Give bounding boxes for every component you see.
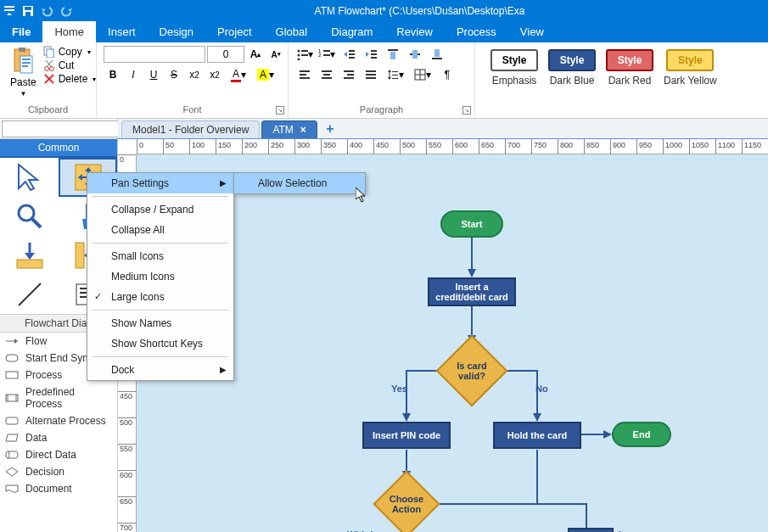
align-middle-icon[interactable]	[406, 46, 424, 63]
node-choose[interactable]: Choose Action	[383, 480, 430, 528]
justify-icon[interactable]	[362, 66, 380, 83]
doc-tab-model1[interactable]: Model1 - Folder Overview	[121, 120, 260, 138]
shape-alt-process[interactable]: Alternate Process	[0, 412, 117, 429]
align-center-icon[interactable]	[317, 66, 336, 83]
paragraph-launcher-icon[interactable]: ↘	[462, 106, 471, 115]
node-valid[interactable]: Is card valid?	[446, 345, 497, 396]
ctx-collapse-all[interactable]: Collapse All	[87, 220, 233, 240]
style-dark-blue[interactable]: StyleDark Blue	[548, 49, 596, 87]
tool-pointer[interactable]	[0, 158, 59, 197]
ctx-show-names[interactable]: Show Names	[87, 313, 233, 333]
shape-document[interactable]: Document	[0, 480, 117, 497]
svg-rect-55	[366, 74, 376, 76]
shrink-font-icon[interactable]: A▾	[266, 46, 285, 63]
node-bottom-1[interactable]	[568, 528, 614, 532]
paste-button[interactable]: Paste ▼	[7, 46, 40, 99]
style-emphasis[interactable]: StyleEmphasis	[491, 49, 538, 87]
ctx-collapse-expand[interactable]: Collapse / Expand	[87, 199, 233, 220]
redo-icon[interactable]	[61, 5, 75, 17]
tab-file[interactable]: File	[0, 21, 42, 42]
highlight-icon[interactable]: A▾	[253, 66, 278, 83]
cut-button[interactable]: Cut	[43, 59, 97, 71]
svg-rect-48	[322, 70, 332, 72]
group-font-label: Font	[104, 103, 281, 115]
align-top-icon[interactable]	[384, 46, 402, 63]
bullets-icon[interactable]: ▾	[295, 46, 314, 63]
tab-process[interactable]: Process	[445, 21, 508, 42]
svg-marker-59	[388, 77, 391, 80]
strike-icon[interactable]: S	[165, 66, 183, 83]
ctx-medium-icons[interactable]: Medium Icons	[87, 266, 233, 287]
node-insert-card[interactable]: Insert a credit/debit card	[428, 277, 516, 306]
node-end[interactable]: End	[612, 422, 671, 447]
pan-submenu[interactable]: Allow Selection	[233, 172, 366, 194]
shape-data[interactable]: Data	[0, 429, 117, 446]
styles-gallery[interactable]: StyleEmphasis StyleDark Blue StyleDark R…	[482, 46, 761, 90]
shape-direct-data[interactable]: Direct Data	[0, 446, 117, 463]
outdent-icon[interactable]	[339, 46, 358, 63]
node-hold[interactable]: Hold the card	[493, 422, 581, 449]
subscript-icon[interactable]: x2	[185, 66, 204, 83]
ctx-large-icons[interactable]: ✓Large Icons	[87, 287, 233, 307]
bold-icon[interactable]: B	[104, 66, 122, 83]
tab-insert[interactable]: Insert	[96, 21, 148, 42]
superscript-icon[interactable]: x2	[205, 66, 224, 83]
svg-rect-1	[4, 9, 14, 11]
tab-global[interactable]: Global	[264, 21, 320, 42]
node-start[interactable]: Start	[440, 210, 503, 238]
align-bottom-icon[interactable]	[428, 46, 446, 63]
font-launcher-icon[interactable]: ↘	[276, 106, 284, 115]
node-pin[interactable]: Insert PIN code	[362, 422, 451, 449]
ctx-allow-selection[interactable]: Allow Selection	[234, 173, 365, 193]
tool-zoom[interactable]	[0, 197, 59, 236]
tab-project[interactable]: Project	[205, 21, 263, 42]
ctx-dock[interactable]: Dock▶	[87, 360, 233, 380]
style-dark-red[interactable]: StyleDark Red	[606, 49, 653, 87]
delete-button[interactable]: Delete▾	[43, 73, 97, 85]
indent-icon[interactable]	[362, 46, 380, 63]
tool-insert-v[interactable]	[0, 236, 59, 275]
tab-review[interactable]: Review	[384, 21, 445, 42]
svg-marker-7	[68, 8, 72, 12]
font-color-icon[interactable]: A▾	[226, 66, 251, 83]
paragraph-mark-icon[interactable]: ¶	[438, 66, 457, 83]
svg-rect-30	[323, 54, 330, 56]
paste-label: Paste	[10, 76, 36, 88]
add-tab-icon[interactable]: +	[322, 121, 338, 137]
svg-rect-80	[17, 260, 42, 268]
italic-icon[interactable]: I	[124, 66, 143, 83]
ctx-show-shortcut[interactable]: Show Shortcut Keys	[87, 333, 233, 354]
underline-icon[interactable]: U	[144, 66, 163, 83]
svg-rect-15	[47, 49, 53, 58]
doc-tab-atm[interactable]: ATM×	[261, 120, 317, 138]
numbering-icon[interactable]: 12▾	[317, 46, 336, 63]
app-menu-icon[interactable]	[3, 3, 15, 18]
borders-icon[interactable]: ▾	[411, 66, 434, 83]
align-right-icon[interactable]	[339, 66, 358, 83]
close-tab-icon[interactable]: ×	[300, 124, 306, 136]
save-icon[interactable]	[22, 5, 34, 17]
tab-diagram[interactable]: Diagram	[319, 21, 384, 42]
tool-line[interactable]	[0, 275, 59, 314]
shape-decision[interactable]: Decision	[0, 463, 117, 480]
align-left-icon[interactable]	[295, 66, 314, 83]
font-name-input[interactable]	[104, 46, 205, 63]
svg-rect-9	[19, 48, 25, 52]
ctx-small-icons[interactable]: Small Icons	[87, 246, 233, 266]
svg-marker-31	[344, 52, 347, 57]
line-spacing-icon[interactable]: ▾	[384, 66, 407, 83]
undo-icon[interactable]	[41, 5, 54, 17]
tab-view[interactable]: View	[508, 21, 556, 42]
grow-font-icon[interactable]: A▴	[246, 46, 265, 63]
shape-predef-process[interactable]: Predefined Process	[0, 384, 117, 412]
copy-button[interactable]: Copy▾	[43, 46, 97, 58]
tab-home[interactable]: Home	[42, 21, 96, 42]
style-dark-yellow[interactable]: StyleDark Yellow	[664, 49, 717, 87]
category-common[interactable]: Common	[0, 139, 117, 158]
ctx-pan-settings[interactable]: Pan Settings▶ Allow Selection	[87, 173, 233, 193]
svg-rect-36	[371, 50, 377, 52]
context-menu[interactable]: Pan Settings▶ Allow Selection Collapse /…	[87, 172, 234, 381]
shape-search-input[interactable]	[2, 120, 127, 137]
tab-design[interactable]: Design	[148, 21, 205, 42]
font-size-input[interactable]	[207, 46, 244, 63]
